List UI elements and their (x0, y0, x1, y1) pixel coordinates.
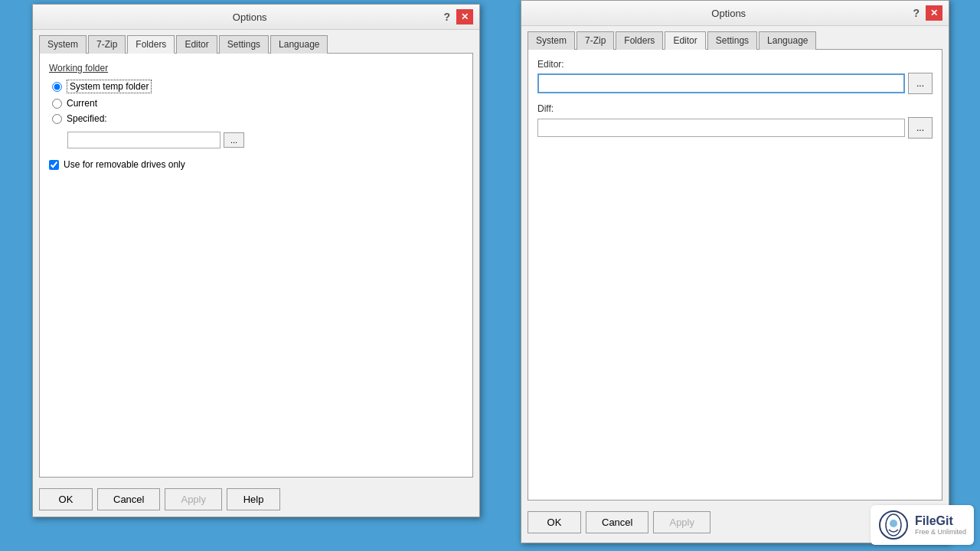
tab-settings-1[interactable]: Settings (219, 35, 269, 54)
removable-drives-row: Use for removable drives only (49, 159, 463, 170)
radio-label-system-temp: System temp folder (67, 80, 152, 93)
browse-button[interactable]: ... (224, 132, 244, 148)
radio-input-system-temp[interactable] (52, 82, 62, 92)
radio-specified[interactable]: Specified: (52, 113, 463, 124)
editor-browse-button[interactable]: ... (908, 73, 933, 94)
close-button-2[interactable]: ✕ (926, 5, 942, 21)
diff-field-row: ... (537, 117, 933, 139)
diff-label: Diff: (537, 103, 933, 114)
tab-7zip-2[interactable]: 7-Zip (577, 31, 614, 50)
dialog-folders: Options ? ✕ System 7-Zip Folders Editor … (32, 4, 480, 517)
radio-input-current[interactable] (52, 99, 62, 109)
watermark-sub: Free & Unlimited (915, 528, 966, 536)
filegit-logo-icon (878, 510, 909, 540)
diff-browse-button[interactable]: ... (908, 117, 933, 139)
dialog-title-2: Options (547, 8, 910, 19)
apply-button-1[interactable]: Apply (165, 488, 222, 510)
footer-1: OK Cancel Apply Help (33, 484, 479, 517)
ok-button-1[interactable]: OK (39, 488, 93, 510)
removable-drives-checkbox[interactable] (49, 160, 59, 170)
tab-folders-2[interactable]: Folders (616, 31, 663, 50)
editor-content: Editor: ... Diff: ... (528, 49, 942, 500)
cancel-button-2[interactable]: Cancel (586, 511, 648, 533)
tab-editor-2[interactable]: Editor (665, 31, 705, 50)
dialog-editor: Options ? ✕ System 7-Zip Folders Editor … (521, 0, 949, 543)
editor-field-row: ... (537, 73, 933, 94)
titlebar-2: Options ? ✕ (521, 1, 949, 26)
tab-language-2[interactable]: Language (759, 31, 816, 50)
tab-language-1[interactable]: Language (270, 35, 328, 54)
tab-bar-1: System 7-Zip Folders Editor Settings Lan… (33, 30, 479, 53)
folders-content: Working folder System temp folder Curren… (39, 53, 473, 478)
radio-label-current: Current (67, 98, 97, 109)
close-button-1[interactable]: ✕ (456, 9, 473, 24)
editor-field-group: Editor: ... (537, 59, 933, 94)
help-icon-1[interactable]: ? (440, 11, 453, 23)
radio-group: System temp folder Current Specified: ..… (52, 80, 463, 148)
tab-folders-1[interactable]: Folders (127, 35, 175, 54)
radio-label-specified: Specified: (67, 113, 107, 124)
editor-label: Editor: (537, 59, 933, 70)
tab-system-1[interactable]: System (39, 35, 87, 54)
tab-settings-2[interactable]: Settings (707, 31, 757, 50)
diff-input[interactable] (537, 119, 905, 137)
dialog-title-1: Options (59, 11, 440, 23)
editor-input[interactable] (537, 73, 905, 93)
specified-input[interactable] (67, 132, 220, 148)
help-button-1[interactable]: Help (227, 488, 280, 510)
specified-row: ... (67, 132, 463, 148)
radio-system-temp[interactable]: System temp folder (52, 80, 463, 93)
apply-button-2[interactable]: Apply (653, 511, 710, 533)
help-icon-2[interactable]: ? (910, 7, 923, 19)
watermark: FileGit Free & Unlimited (871, 505, 974, 545)
radio-input-specified[interactable] (52, 114, 62, 124)
diff-field-group: Diff: ... (537, 103, 933, 139)
cancel-button-1[interactable]: Cancel (97, 488, 160, 510)
watermark-text-group: FileGit Free & Unlimited (915, 514, 966, 536)
svg-point-2 (890, 520, 897, 527)
radio-current[interactable]: Current (52, 98, 463, 109)
tab-7zip-1[interactable]: 7-Zip (88, 35, 126, 54)
ok-button-2[interactable]: OK (528, 511, 581, 533)
tab-editor-1[interactable]: Editor (176, 35, 217, 54)
watermark-name: FileGit (915, 514, 966, 528)
titlebar-1: Options ? ✕ (33, 5, 479, 30)
tab-bar-2: System 7-Zip Folders Editor Settings Lan… (521, 26, 949, 49)
working-folder-label: Working folder (49, 63, 463, 73)
tab-system-2[interactable]: System (528, 31, 575, 50)
removable-drives-label: Use for removable drives only (64, 159, 185, 170)
